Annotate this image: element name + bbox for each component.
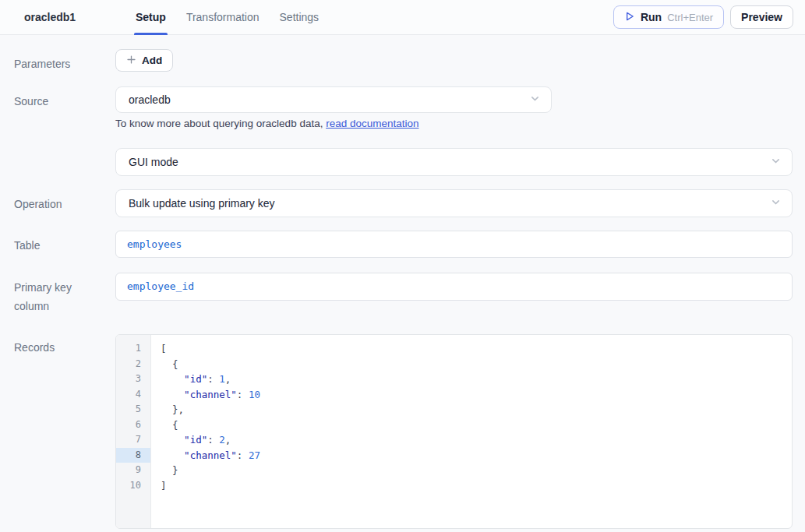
line-number: 10 — [116, 478, 150, 494]
play-icon — [624, 11, 635, 24]
primary-key-label: Primary key column — [14, 273, 101, 316]
line-number: 3 — [116, 372, 150, 387]
source-label: Source — [14, 86, 101, 111]
line-number: 6 — [116, 417, 150, 433]
code-line[interactable]: "id": 2, — [161, 432, 792, 448]
query-header: oracledb1 Setup Transformation Settings … — [0, 0, 805, 35]
table-label: Table — [14, 231, 101, 255]
table-row: Table employees — [14, 231, 793, 258]
mode-label-spacer — [14, 148, 101, 154]
source-select[interactable]: oracledb — [115, 86, 552, 113]
source-select-value: oracledb — [129, 93, 530, 106]
add-parameter-button[interactable]: Add — [115, 49, 173, 72]
code-line[interactable]: [ — [161, 341, 792, 357]
mode-row: GUI mode — [14, 148, 793, 176]
chevron-down-icon — [771, 156, 781, 168]
operation-row: Operation Bulk update using primary key — [14, 189, 793, 217]
parameters-row: Parameters Add — [14, 49, 793, 74]
table-input[interactable]: employees — [115, 231, 793, 258]
run-button[interactable]: Run Ctrl+Enter — [613, 5, 724, 29]
query-editor-panel: oracledb1 Setup Transformation Settings … — [0, 0, 805, 532]
read-documentation-link[interactable]: read documentation — [326, 118, 418, 129]
records-label: Records — [14, 334, 101, 358]
primary-key-input[interactable]: employee_id — [115, 273, 793, 301]
source-helper-prefix: To know more about querying oracledb dat… — [115, 118, 326, 129]
code-line[interactable]: }, — [161, 402, 792, 417]
preview-button[interactable]: Preview — [730, 5, 793, 29]
line-number: 7 — [116, 432, 150, 448]
line-number: 2 — [116, 357, 150, 372]
plus-icon — [126, 55, 136, 67]
line-number: 1 — [116, 341, 150, 357]
code-line[interactable]: ] — [161, 478, 792, 494]
chevron-down-icon — [771, 197, 781, 210]
source-row: Source oracledb To know more about query… — [14, 86, 793, 129]
chevron-down-icon — [530, 93, 540, 106]
parameters-label: Parameters — [14, 49, 101, 74]
records-editor-gutter: 12345678910 — [116, 335, 151, 528]
query-tabs: Setup Transformation Settings — [136, 0, 319, 35]
records-row: Records 12345678910 [ { "id": 1, "channe… — [14, 334, 793, 529]
mode-select[interactable]: GUI mode — [115, 148, 793, 176]
add-parameter-label: Add — [142, 55, 162, 66]
tab-setup[interactable]: Setup — [136, 0, 166, 35]
code-line[interactable]: "id": 1, — [161, 372, 792, 387]
source-helper-text: To know more about querying oracledb dat… — [115, 118, 793, 129]
run-shortcut: Ctrl+Enter — [667, 12, 713, 23]
query-name: oracledb1 — [0, 11, 136, 23]
records-editor-code[interactable]: [ { "id": 1, "channel": 10 }, { "id": 2,… — [151, 335, 792, 528]
code-line[interactable]: { — [161, 417, 792, 433]
operation-label: Operation — [14, 189, 101, 214]
line-number: 5 — [116, 402, 150, 417]
operation-select[interactable]: Bulk update using primary key — [115, 189, 793, 217]
setup-form: Parameters Add Source oracledb — [0, 35, 805, 529]
line-number: 8 — [116, 448, 150, 463]
primary-key-row: Primary key column employee_id — [14, 273, 793, 316]
tab-settings[interactable]: Settings — [280, 0, 320, 35]
run-label: Run — [641, 11, 662, 23]
code-line[interactable]: "channel": 10 — [161, 387, 792, 403]
mode-select-value: GUI mode — [129, 156, 771, 168]
line-number: 9 — [116, 463, 150, 478]
code-line[interactable]: { — [161, 357, 792, 372]
code-line[interactable]: } — [161, 463, 792, 478]
records-editor[interactable]: 12345678910 [ { "id": 1, "channel": 10 }… — [115, 334, 793, 529]
operation-select-value: Bulk update using primary key — [129, 197, 771, 210]
line-number: 4 — [116, 387, 150, 403]
code-line[interactable]: "channel": 27 — [161, 448, 792, 463]
tab-transformation[interactable]: Transformation — [186, 0, 260, 35]
